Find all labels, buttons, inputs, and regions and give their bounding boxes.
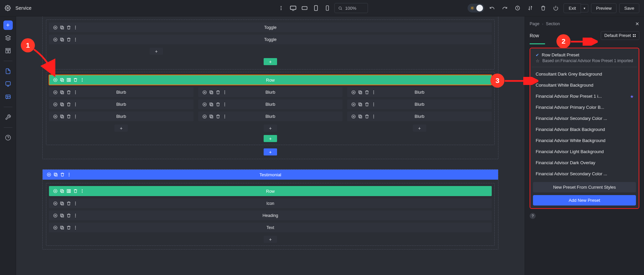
power-icon[interactable] [551, 3, 561, 13]
desktop-view-icon[interactable] [288, 3, 298, 13]
preset-item[interactable]: Financial Advisor Secondary Color ... [532, 113, 637, 124]
media-icon[interactable] [3, 92, 13, 101]
module-toggle[interactable]: Toggle [49, 22, 492, 32]
delete-icon[interactable] [216, 102, 220, 107]
module-blurb[interactable]: Blurb [49, 99, 194, 109]
duplicate-icon[interactable] [60, 102, 64, 107]
undo-icon[interactable] [487, 3, 497, 13]
add-new-preset-button[interactable]: Add New Preset [533, 195, 636, 205]
help-icon[interactable] [3, 133, 13, 142]
duplicate-icon[interactable] [358, 114, 363, 119]
delete-icon[interactable] [60, 172, 65, 177]
module-blurb[interactable]: Blurb [198, 87, 343, 97]
sort-icon[interactable] [525, 3, 535, 13]
more-icon[interactable] [73, 37, 78, 42]
preset-item[interactable]: Financial Advisor Secondary Color ... [532, 168, 637, 179]
duplicate-icon[interactable] [358, 102, 363, 107]
delete-icon[interactable] [216, 114, 220, 119]
duplicate-icon[interactable] [60, 25, 64, 30]
module-icon[interactable]: Icon [49, 198, 492, 208]
module-blurb[interactable]: Blurb [347, 87, 492, 97]
add-element-button[interactable]: + [3, 20, 13, 30]
exit-button[interactable]: Exit [564, 3, 581, 13]
crumb-page[interactable]: Page [530, 21, 539, 26]
duplicate-icon[interactable] [358, 90, 363, 95]
module-toggle[interactable]: Toggle [49, 35, 492, 44]
add-module-button[interactable]: + [150, 48, 163, 55]
columns-icon[interactable] [66, 189, 71, 193]
gear-icon[interactable] [47, 172, 51, 177]
crumb-section[interactable]: Section [546, 21, 560, 26]
add-row-content-button[interactable]: + [264, 135, 277, 142]
history-icon[interactable] [513, 3, 523, 13]
close-panel-icon[interactable]: ✕ [635, 21, 639, 27]
duplicate-icon[interactable] [209, 102, 214, 107]
gear-icon[interactable] [351, 90, 356, 95]
duplicate-icon[interactable] [60, 37, 64, 42]
templates-icon[interactable] [3, 66, 13, 76]
duplicate-icon[interactable] [60, 225, 64, 230]
more-icon[interactable] [80, 189, 85, 193]
layers-icon[interactable] [3, 33, 13, 43]
row-bar[interactable]: Row [49, 186, 492, 196]
add-module-button[interactable]: + [264, 125, 277, 132]
delete-icon[interactable] [66, 213, 71, 218]
delete-icon[interactable] [365, 102, 369, 107]
duplicate-icon[interactable] [60, 114, 64, 119]
preset-item[interactable]: Financial Advisor Black Background [532, 124, 637, 135]
gear-icon[interactable] [53, 201, 58, 206]
preset-item[interactable]: Financial Advisor Row Preset 1 i...★ [532, 91, 637, 102]
delete-icon[interactable] [66, 102, 71, 107]
duplicate-icon[interactable] [209, 114, 214, 119]
more-icon[interactable] [222, 102, 227, 107]
gear-icon[interactable] [202, 114, 207, 119]
gear-icon[interactable] [53, 78, 58, 82]
more-icon[interactable] [73, 102, 78, 107]
preset-item[interactable]: Financial Advisor Dark Overlay [532, 157, 637, 168]
wireframe-icon[interactable] [3, 46, 13, 55]
settings-icon[interactable] [5, 5, 11, 11]
gear-icon[interactable] [202, 102, 207, 107]
delete-icon[interactable] [66, 37, 71, 42]
module-text[interactable]: Text [49, 223, 492, 232]
more-icon[interactable] [73, 114, 78, 119]
gear-icon[interactable] [53, 102, 58, 107]
theme-toggle[interactable] [468, 4, 484, 12]
more-vertical-icon[interactable] [276, 3, 286, 13]
more-icon[interactable] [371, 90, 376, 95]
more-icon[interactable] [73, 225, 78, 230]
gear-icon[interactable] [53, 90, 58, 95]
row-bar-selected[interactable]: Row [49, 75, 492, 85]
preset-item[interactable]: Financial Advisor Light Background [532, 146, 637, 157]
more-icon[interactable] [371, 114, 376, 119]
delete-icon[interactable] [66, 225, 71, 230]
more-icon[interactable] [73, 25, 78, 30]
mobile-view-icon[interactable] [322, 3, 332, 13]
gear-icon[interactable] [53, 37, 58, 42]
gear-icon[interactable] [53, 25, 58, 30]
preset-item[interactable]: Consultant White Background [532, 80, 637, 91]
delete-icon[interactable] [66, 201, 71, 206]
duplicate-icon[interactable] [209, 90, 214, 95]
more-icon[interactable] [222, 114, 227, 119]
delete-icon[interactable] [66, 114, 71, 119]
preset-item[interactable]: Financial Advisor Primary Color B... [532, 102, 637, 113]
more-icon[interactable] [371, 102, 376, 107]
module-blurb[interactable]: Blurb [198, 99, 343, 109]
delete-icon[interactable] [73, 189, 78, 193]
duplicate-icon[interactable] [60, 189, 64, 193]
duplicate-icon[interactable] [53, 172, 58, 177]
save-button[interactable]: Save [619, 3, 639, 13]
section-testimonial[interactable]: Testimonial [43, 170, 498, 180]
add-module-button[interactable]: + [413, 125, 426, 132]
duplicate-icon[interactable] [60, 78, 64, 82]
gear-icon[interactable] [53, 114, 58, 119]
library-icon[interactable] [3, 79, 13, 89]
gear-icon[interactable] [53, 189, 58, 193]
module-blurb[interactable]: Blurb [347, 111, 492, 121]
tools-icon[interactable] [3, 112, 13, 122]
more-icon[interactable] [222, 90, 227, 95]
exit-caret[interactable]: ▾ [581, 4, 588, 12]
default-preset-button[interactable]: Default Preset [601, 31, 639, 40]
delete-icon[interactable] [365, 114, 369, 119]
